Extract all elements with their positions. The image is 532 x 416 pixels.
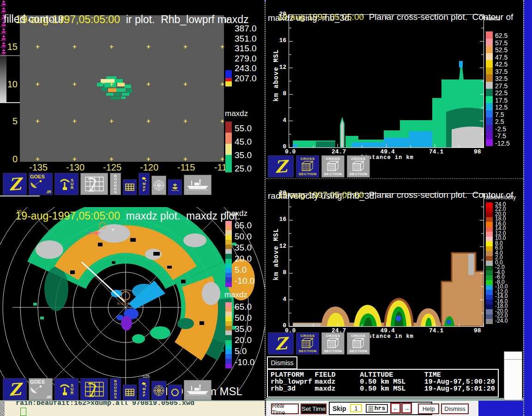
terminal-scrollbar[interactable] xyxy=(0,401,5,416)
bl-tool-sur-button[interactable]: SUR xyxy=(54,378,79,400)
xsec-dismiss-button[interactable]: Dismiss xyxy=(267,356,297,369)
radar-antenna-icon xyxy=(60,177,71,191)
bl-tool-zebra-button[interactable]: Z xyxy=(3,378,27,400)
br-radialvelocity-colorbar-segment xyxy=(486,232,493,237)
map-grid-plus: + xyxy=(146,117,151,125)
tl-tool-bounds-button[interactable]: BOUNDS xyxy=(110,173,121,195)
tr-cross-section-button[interactable]: CROSSSECTION xyxy=(347,155,370,177)
step-forward-button[interactable]: → xyxy=(402,403,411,413)
bounds-label: BOUNDS xyxy=(114,379,117,399)
tl-x-tick: -125 xyxy=(100,162,124,173)
cross-section-cube-icon xyxy=(325,161,341,172)
br-radialvelocity-colorbar-segment xyxy=(486,246,493,251)
tl-tool-map-button[interactable]: MAP xyxy=(139,173,150,195)
xsec-y-tick: 20 xyxy=(274,190,286,196)
circle-tool-icon xyxy=(170,388,180,397)
bl-maxdz-bar1-segment xyxy=(225,277,232,282)
bl-maxdz-bar1-label: 50.0 xyxy=(235,232,252,241)
tr-maxdz-colorbar-segment xyxy=(486,132,493,139)
bl-tool-bounds-button[interactable]: BOUNDS xyxy=(110,378,121,400)
tr-maxdz-colorbar-segment xyxy=(486,39,493,46)
bl-maxdz-bar2-segment xyxy=(225,321,232,326)
tr-maxdz-colorbar-label: 2.5 xyxy=(495,118,504,125)
tl-tool-buoy-button[interactable] xyxy=(168,179,182,195)
map-grid-plus: + xyxy=(220,43,224,50)
ir-sublabel: .IR xyxy=(46,190,51,194)
tl-x-tick: -135 xyxy=(26,162,50,173)
cross-section-cube-icon xyxy=(350,161,367,172)
bl-tool-gridsmall-button[interactable] xyxy=(123,385,137,400)
panel-radar-ppi: b:-12-4 VD+DBT + -125 19-aug-1997,05:05:… xyxy=(0,196,265,400)
set-time-button[interactable]: Set Time xyxy=(301,404,326,414)
br-radialvelocity-colorbar-segment xyxy=(486,237,493,242)
bl-tool-circle-button[interactable] xyxy=(168,385,182,400)
tr-cross-section-button[interactable]: CROSSSECTION xyxy=(321,155,345,177)
bl-title-text: maxdz plot. maxdz plot. xyxy=(120,210,241,222)
tl-tool-goes-button[interactable]: GOES.IR xyxy=(29,173,53,195)
cross-label: CROSS xyxy=(351,334,366,338)
tr-maxdz-colorbar-segment xyxy=(486,139,493,147)
tl-tool-sur-button[interactable]: SUR xyxy=(54,173,79,195)
real-time-button[interactable]: Real Time xyxy=(272,404,298,414)
br-cross-section-button[interactable]: CROSSSECTION xyxy=(321,332,345,355)
xsec-x-tick: 0.0 xyxy=(285,149,296,155)
br-radialvelocity-colorbar-segment xyxy=(486,314,493,319)
br-plot-frame xyxy=(289,193,484,327)
table-header-row-cell: ALTITUDE xyxy=(360,372,424,379)
br-cross-section-button[interactable]: CROSSSECTION xyxy=(347,332,370,355)
status-scrollbar[interactable] xyxy=(504,351,522,400)
satellite-dish-icon xyxy=(30,385,43,395)
tr-cross-section-button[interactable]: CROSSSECTION xyxy=(296,155,319,177)
terminal-strip[interactable]: rain:beaufait:162>xdump.all 970819.0505.… xyxy=(0,400,265,416)
tl-tool-gridradar-button[interactable] xyxy=(80,173,108,195)
tr-plot-frame xyxy=(289,14,484,148)
bl-tool-map-button[interactable]: MAP xyxy=(139,378,150,400)
bl-maxdz-bar2-label: 35.0 xyxy=(235,324,252,334)
bl-maxdz-bar1-segment xyxy=(225,235,232,240)
table-row: rhb_3dmaxdz0.50 km MSL19-Aug-97,5:01:20 xyxy=(268,385,498,392)
section-label: SECTION xyxy=(349,172,367,176)
tr-maxdz-colorbar-segment xyxy=(486,89,493,96)
bl-tool-goes-button[interactable]: GOES.IR xyxy=(29,378,53,400)
ir-sublabel: .IR xyxy=(46,395,51,399)
table-row-cell: 0.50 km MSL xyxy=(360,385,424,392)
tl-y-tick: 0 xyxy=(3,154,18,165)
skip-value-input[interactable]: 1 xyxy=(350,404,362,412)
xsec-x-tick: 98 xyxy=(474,149,481,155)
tl-tool-zebra-button[interactable]: Z xyxy=(3,173,27,195)
section-label: SECTION xyxy=(298,172,316,176)
zebra-logo-icon: Z xyxy=(274,159,287,174)
tr-maxdz-colorbar-segment xyxy=(486,53,493,61)
tl-maxdz-colorbar-label: 45.0 xyxy=(235,137,252,147)
bl-maxdz-bar2-label: -10.0 xyxy=(235,358,254,367)
table-row-cell: rhb_3d xyxy=(268,385,315,392)
cross-section-cube-icon xyxy=(299,161,316,172)
hrs-units-button[interactable]: hrs xyxy=(366,404,388,413)
tl-maxdz-colorbar-label: 55.0 xyxy=(235,124,252,133)
bl-tool-polar-button[interactable] xyxy=(151,381,166,400)
bl-tool-ship-button[interactable] xyxy=(184,380,212,400)
tl-tool-polar-button[interactable] xyxy=(151,176,166,195)
dismiss-button[interactable]: Dismiss xyxy=(441,404,468,414)
bl-maxdz-bar1-segment xyxy=(225,282,232,287)
bl-tool-gridradar-button[interactable] xyxy=(80,378,108,400)
tl-tool-ship-button[interactable] xyxy=(184,175,212,195)
map-islands-icon xyxy=(141,382,147,387)
bl-maxdz-bar1-segment xyxy=(225,273,232,277)
bl-maxdz-bar2-label: 50.0 xyxy=(235,313,252,323)
maxdz-colorbar-segment xyxy=(225,144,232,155)
ir-colorbar-label: 279.0 xyxy=(235,54,257,63)
zebra-logo-icon: Z xyxy=(8,177,21,191)
step-back-button[interactable]: ← xyxy=(391,403,400,413)
tl-tool-gridsmall-button[interactable] xyxy=(123,179,137,195)
tr-maxdz-colorbar-segment xyxy=(486,125,493,132)
bounds-label: BOUNDS xyxy=(114,174,117,194)
bl-maxdz-bar1-label: 5.0 xyxy=(235,265,247,275)
br-cross-section-button[interactable]: CROSSSECTION xyxy=(296,332,319,355)
br-radialvelocity-colorbar-segment xyxy=(486,285,493,290)
tr-zebra-button[interactable]: Z xyxy=(268,155,294,177)
help-button[interactable]: Help xyxy=(418,404,439,414)
tr-maxdz-colorbar-label: 52.5 xyxy=(495,46,508,54)
br-zebra-button[interactable]: Z xyxy=(268,332,294,355)
section-label: SECTION xyxy=(324,172,342,176)
